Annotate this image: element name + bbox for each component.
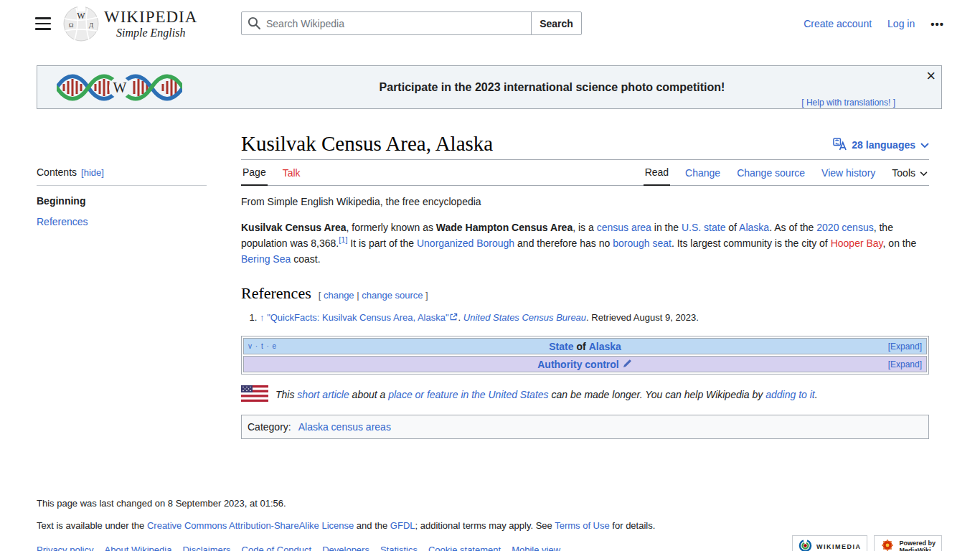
link[interactable]: U.S. state [682, 222, 725, 233]
red-link[interactable]: Hooper Bay [831, 237, 883, 249]
link[interactable]: change [324, 290, 354, 301]
tab-read[interactable]: Read [644, 160, 670, 186]
text-segment: [ [319, 290, 324, 301]
text-segment: coast. [291, 253, 320, 265]
create-account-link[interactable]: Create account [804, 18, 872, 29]
log-in-link[interactable]: Log in [887, 18, 915, 29]
contents-heading: Contents [37, 166, 77, 178]
tab-change[interactable]: Change [684, 160, 722, 185]
link[interactable]: State [549, 341, 573, 352]
link[interactable]: Alaska [589, 341, 621, 352]
wikimedia-badge[interactable]: WIKIMEDIA [792, 535, 868, 551]
link[interactable]: [1] [339, 235, 347, 244]
toc-hide-link[interactable]: [hide] [81, 167, 104, 178]
wikipedia-logo[interactable]: W Ω Д WIKIPEDIA Simple English [63, 4, 197, 44]
footer-link[interactable]: Disclaimers [182, 545, 230, 551]
link[interactable]: place or feature in the United States [388, 389, 548, 400]
text-segment: Wade Hampton Census Area [436, 222, 573, 233]
footer-badges: WIKIMEDIA [792, 535, 942, 551]
tools-menu-button[interactable]: Tools [890, 160, 929, 185]
tab-view-history[interactable]: View history [820, 160, 877, 185]
svg-text:Ω: Ω [69, 22, 74, 29]
link[interactable]: United States Census Bureau [463, 312, 586, 323]
link[interactable]: 2020 census [816, 222, 873, 233]
last-changed-text: This page was last changed on 8 Septembe… [37, 498, 942, 509]
link[interactable]: GFDL [390, 520, 415, 531]
vte-links[interactable]: v · t · e [248, 342, 277, 350]
footer-link[interactable]: About Wikipedia [104, 545, 171, 551]
text-segment: of [576, 341, 585, 352]
search-button[interactable]: Search [531, 11, 582, 35]
mediawiki-badge[interactable]: Powered by MediaWiki [874, 535, 942, 551]
chevron-down-icon [920, 139, 929, 151]
references-heading: References [241, 284, 311, 303]
text-segment: about a [349, 389, 389, 400]
pencil-icon [622, 359, 633, 370]
text-segment: ] [423, 290, 428, 301]
wikimedia-logo-icon [798, 539, 812, 551]
languages-button[interactable]: 28 languages [833, 137, 929, 153]
tab-talk[interactable]: Talk [281, 160, 302, 185]
page-title: Kusilvak Census Area, Alaska [241, 131, 929, 156]
section-edit-links: [ change | change source ] [319, 290, 428, 301]
footer-link[interactable]: Statistics [380, 545, 418, 551]
text-segment: . [458, 312, 463, 323]
link[interactable]: census area [597, 222, 651, 233]
search-icon [248, 17, 261, 32]
sidebar-item-references[interactable]: References [37, 216, 88, 227]
link[interactable]: Alaska [739, 222, 769, 233]
search-bar: Search [241, 11, 582, 35]
link[interactable]: short article [297, 389, 349, 400]
text-segment: Kusilvak Census Area [241, 222, 347, 233]
stub-notice: This short article about a place or feat… [241, 385, 929, 404]
navbox-authority-control: Authority control [Expand] [243, 356, 927, 372]
footer-link[interactable]: Code of Conduct [242, 545, 312, 551]
hamburger-icon [35, 17, 51, 19]
text-segment: It is part of the [347, 237, 417, 249]
navbox-group: v · t · e State of Alaska [Expand] Autho… [241, 336, 929, 375]
text-segment: can be made longer. You can help Wikiped… [549, 389, 766, 400]
navbox-title: Authority control [537, 359, 633, 370]
expand-link[interactable]: [Expand] [888, 342, 922, 352]
main-menu-button[interactable] [35, 17, 51, 30]
link[interactable]: Creative Commons Attribution-ShareAlike … [147, 520, 354, 531]
link[interactable]: change source [362, 290, 423, 301]
text-segment: , formerly known as [347, 222, 436, 233]
footer-link[interactable]: Mobile view [512, 545, 560, 551]
footer-link[interactable]: Cookie statement [428, 545, 501, 551]
mediawiki-badge-line2: MediaWiki [899, 547, 936, 551]
ellipsis-menu-button[interactable]: ••• [930, 18, 944, 30]
sidebar-item-beginning[interactable]: Beginning [37, 195, 207, 207]
search-input[interactable] [241, 11, 532, 35]
wikipedia-page: { "colors": { "link": "#3366cc", "red_li… [0, 0, 980, 551]
navbox-title: State of Alaska [549, 341, 621, 352]
link[interactable]: Unorganized Borough [417, 237, 514, 249]
link[interactable]: "QuickFacts: Kusilvak Census Area, Alask… [267, 312, 448, 323]
link[interactable]: borough seat [613, 237, 672, 249]
references-list: ↑ "QuickFacts: Kusilvak Census Area, Ala… [241, 311, 929, 324]
text-segment: . Its largest community is the city of [672, 237, 831, 249]
category-box: Category: Alaska census areas [241, 415, 929, 439]
tab-change-source[interactable]: Change source [735, 160, 806, 185]
link[interactable]: adding to it [765, 389, 815, 400]
mediawiki-logo-icon [880, 538, 895, 551]
category-link[interactable]: Alaska census areas [298, 421, 391, 433]
link[interactable]: ↑ [260, 312, 267, 323]
logo-tagline: Simple English [116, 27, 185, 39]
top-header: W Ω Д WIKIPEDIA Simple English Search Cr… [0, 0, 980, 47]
footer-link[interactable]: Privacy policy [37, 545, 93, 551]
close-icon[interactable]: × [926, 66, 936, 86]
link[interactable]: Terms of Use [555, 520, 610, 531]
tab-page[interactable]: Page [241, 160, 268, 186]
footer-link[interactable]: Developers [322, 545, 369, 551]
link[interactable]: Authority control [537, 359, 619, 370]
help-with-translations-link[interactable]: [ Help with translations! ] [801, 98, 895, 108]
expand-link[interactable]: [Expand] [888, 359, 922, 369]
text-segment: . As of the [769, 222, 816, 233]
text-segment: This [275, 389, 297, 400]
article-tabs: Page Talk Read Change Change source View… [241, 160, 929, 186]
site-notice-banner: W Participate in the 2023 international … [37, 65, 942, 109]
text-segment: | [354, 290, 362, 301]
wikipedia-globe-icon: W Ω Д [63, 4, 99, 44]
link[interactable]: Bering Sea [241, 253, 291, 265]
